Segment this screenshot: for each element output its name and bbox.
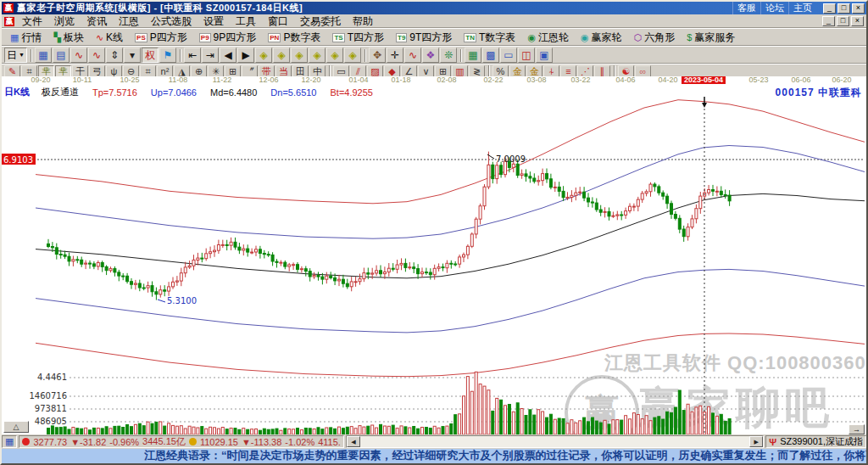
scroll-right-button[interactable]: → [849, 424, 865, 434]
horizontal-scrollbar[interactable]: ◀ ▶ [346, 435, 764, 448]
keyboard-icon[interactable]: ▭ [500, 48, 517, 63]
restoration-icon[interactable]: 权 [142, 48, 159, 63]
gann-net-icon[interactable]: ❖ [422, 48, 439, 63]
t9-square-button[interactable]: T99T四方形 [390, 30, 458, 46]
menu-item-7[interactable]: 工具 [230, 14, 262, 29]
menu-item-9[interactable]: 交易委托 [294, 14, 347, 29]
parallel-channel-icon[interactable]: ∥ [594, 65, 610, 77]
ray-fan-icon[interactable]: ⫽ [350, 65, 366, 77]
star-burst-icon[interactable]: ✳ [208, 65, 224, 77]
menu-item-2[interactable]: 浏览 [48, 14, 81, 29]
scrollbar-track[interactable] [360, 436, 749, 447]
field-grid-icon[interactable]: 田 [292, 65, 309, 77]
hatch-grid-icon[interactable]: ▥ [452, 65, 468, 77]
status-grid-panel[interactable]: ▦ [2, 435, 17, 448]
expand-volume-button[interactable]: △ [3, 421, 29, 433]
price-band-icon[interactable]: 当 [275, 65, 292, 77]
gann-fan-up-icon[interactable]: 芈 [38, 65, 54, 77]
trend-chart-icon[interactable]: ∿ [70, 48, 87, 63]
window-minimize-button[interactable]: _ [823, 3, 836, 14]
speed-lines-icon[interactable]: ⋰ [577, 65, 593, 77]
cycle-diamond-2-icon[interactable]: ◈ [273, 48, 290, 63]
last-bar-icon[interactable]: ⇥ [202, 48, 219, 63]
scrollbar-right-arrow[interactable]: ▶ [749, 436, 763, 447]
hexagon-button[interactable]: ⬡六角形 [628, 30, 682, 46]
child-window-minimize-button[interactable]: _ [822, 16, 835, 26]
info-view-icon[interactable]: ▤ [53, 48, 70, 63]
menu-item-6[interactable]: 设置 [198, 14, 230, 29]
first-bar-icon[interactable]: ⇤ [184, 48, 201, 63]
crosshair-tool-icon[interactable]: ✛ [387, 48, 403, 63]
square-n2-icon[interactable]: n² [157, 65, 173, 77]
menu-item-4[interactable]: 江恩 [113, 14, 145, 29]
step-back-icon[interactable]: ◀ [220, 48, 236, 63]
ruler-tool-icon[interactable]: 干 [72, 65, 88, 77]
chart-plot-area[interactable]: 14607169738114869054.44617.00095.31006.9… [2, 76, 866, 434]
p-square-button[interactable]: PSP四方形 [129, 30, 193, 46]
caret-down-icon[interactable]: ▾ [124, 48, 141, 63]
target-tool-icon[interactable]: ⊕ [191, 65, 207, 77]
period-label[interactable]: 日K线 [4, 86, 30, 98]
date-tag-highlight[interactable]: 2023-05-04 [682, 76, 726, 84]
ellipse-tool-icon[interactable]: ⊖ [123, 65, 139, 77]
pen-tool-icon[interactable]: ✎ [4, 65, 20, 77]
rect-select-icon[interactable]: ▭ [333, 65, 349, 77]
period-day-button[interactable]: 日▼ [4, 48, 27, 63]
value-slider-icon[interactable]: ⇕ [106, 48, 123, 63]
t-square-button[interactable]: TST四方形 [326, 30, 390, 46]
scrollbar-left-arrow[interactable]: ◀ [347, 436, 360, 447]
golden-ratio-icon[interactable]: 金 [509, 65, 526, 77]
current-symbol-panel[interactable]: Ψ SZ399001,深证成指 [765, 435, 866, 448]
child-window-restore-button[interactable]: □ [837, 16, 849, 26]
titlebar-link-2[interactable]: 论坛 [760, 2, 788, 14]
app-menu-icon[interactable]: 赢 [4, 17, 14, 26]
triangle-tool-icon[interactable]: ◮ [174, 65, 190, 77]
play-flag-icon[interactable]: ⚑ [159, 48, 176, 63]
wave-marker-icon[interactable]: ∿ [404, 48, 421, 63]
sectors-button[interactable]: ▚板块 [47, 30, 89, 46]
cycle-diamond-3-icon[interactable]: ◈ [291, 48, 308, 63]
tick-marks-icon[interactable]: 〞 [242, 65, 258, 77]
fib-levels-icon[interactable]: ≡ [560, 65, 576, 77]
step-forward-icon[interactable]: ▶ [237, 48, 254, 63]
table-grid-icon[interactable]: ⊞ [435, 65, 451, 77]
window-restore-button[interactable]: □ [837, 3, 850, 14]
golden-section-icon[interactable]: 金 [526, 65, 542, 77]
gann-wheel-button[interactable]: ◉江恩轮 [521, 30, 575, 46]
cycle-diamond-5-icon[interactable]: ◈ [326, 48, 343, 63]
save-layout-icon[interactable]: ◫ [518, 48, 535, 63]
grid-tool-icon[interactable]: ⌗ [21, 65, 37, 77]
infinity-icon[interactable]: ∞ [635, 65, 651, 77]
winner-service-button[interactable]: $赢家服务 [681, 30, 741, 46]
quotes-button[interactable]: ▦行情 [4, 30, 47, 46]
menu-item-1[interactable]: 文件 [16, 14, 48, 29]
box-grid-icon[interactable]: ⊞ [225, 65, 241, 77]
titlebar-link-1[interactable]: 客服 [732, 2, 760, 14]
price-level-icon[interactable]: ⍭ [543, 65, 559, 77]
window-layout-icon[interactable]: ▦ [35, 48, 52, 63]
check-line-icon[interactable]: ∨ [418, 65, 434, 77]
cycle-diamond-6-icon[interactable]: ◈ [344, 48, 361, 63]
t-table-button[interactable]: TNT数字表 [458, 30, 521, 46]
menu-item-5[interactable]: 公式选股 [145, 14, 198, 29]
spiral-tool-icon[interactable]: ❊ [440, 48, 457, 63]
shade-box-icon[interactable]: ▨ [367, 65, 383, 77]
arc-tool-icon[interactable]: 弓 [89, 65, 105, 77]
chart-canvas[interactable]: 14607169738114869054.44617.00095.31006.9… [2, 76, 866, 434]
calculator-icon[interactable]: ▩ [482, 48, 499, 63]
pan-hand-icon[interactable]: ✥ [369, 48, 386, 63]
window-close-button[interactable]: × [852, 3, 865, 14]
p9-square-button[interactable]: P99P四方形 [193, 30, 262, 46]
pitchfork-tool-icon[interactable]: ψ [106, 65, 122, 77]
gann-fan-down-icon[interactable]: 芈 [55, 65, 71, 77]
menu-item-10[interactable]: 帮助 [347, 14, 379, 29]
kline-button[interactable]: ∿K线 [90, 30, 129, 46]
cycle-diamond-1-icon[interactable]: ◈ [255, 48, 272, 63]
winner-wheel-button[interactable]: ◉赢家轮 [575, 30, 628, 46]
yinyang-icon[interactable]: ☯ [618, 65, 634, 77]
band-tool-icon[interactable]: 带 [259, 65, 275, 77]
percent-tool-icon[interactable]: % [492, 65, 509, 77]
data-manager-icon[interactable]: ▣ [536, 48, 553, 63]
trend-chart2-icon[interactable]: ∿ [88, 48, 105, 63]
menu-item-3[interactable]: 资讯 [81, 14, 113, 29]
